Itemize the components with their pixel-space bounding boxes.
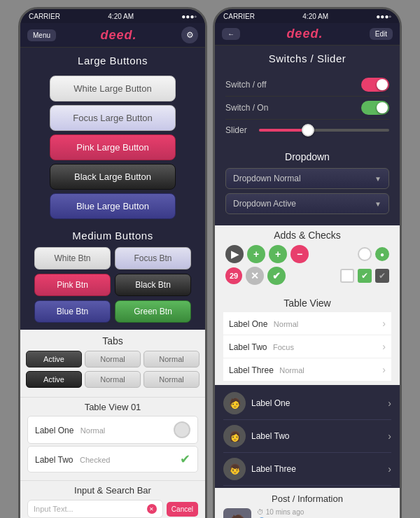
table-view-01-section: Table View 01 Label One Normal Label Two… [20, 397, 205, 480]
right-table-title: Table View [223, 298, 391, 309]
input-placeholder: Input Text... [34, 505, 74, 513]
back-button[interactable]: ← [222, 28, 240, 40]
time-right: 4:20 AM [302, 13, 328, 20]
right-table-section: Table View Label One Normal › Label Two … [215, 294, 400, 385]
edit-button[interactable]: Edit [370, 28, 393, 40]
menu-button[interactable]: Menu [27, 29, 56, 41]
r-sub-three: Normal [279, 366, 304, 374]
table-row[interactable]: Label One Normal [27, 416, 198, 444]
chevron-right-icon-3: › [382, 364, 386, 375]
white-medium-button[interactable]: White Btn [34, 247, 111, 270]
blue-medium-button[interactable]: Blue Btn [34, 300, 111, 323]
r-row-2-content: Label Two Focus [229, 340, 294, 353]
label-one: Label One [35, 426, 74, 435]
post-meta: ⏱ 10 mins ago 👤 John Doe [257, 508, 304, 518]
slider-label: Slider [225, 125, 253, 135]
switch-off-toggle[interactable] [361, 78, 389, 92]
r-table-row-1[interactable]: Label One Normal › [223, 312, 391, 335]
avatar-row-3[interactable]: 👦 Label Three › [223, 453, 391, 486]
chevron-right-avatar-2: › [388, 430, 391, 442]
medium-buttons-grid: White Btn Focus Btn Pink Btn Black Btn B… [20, 247, 205, 330]
large-buttons-section: Large Buttons White Large Button Focus L… [20, 48, 205, 219]
add-green-button[interactable]: + [247, 245, 265, 263]
medium-buttons-section: Medium Buttons White Btn Focus Btn Pink … [20, 223, 205, 330]
focus-large-button[interactable]: Focus Large Button [50, 105, 176, 131]
checkbox-empty[interactable] [340, 269, 354, 283]
green-medium-button[interactable]: Green Btn [115, 300, 191, 323]
carrier-left: CARRIER [29, 13, 60, 20]
avatar-label-2: Label Two [251, 431, 290, 441]
logo-left: deed. [101, 28, 137, 43]
blue-large-button[interactable]: Blue Large Button [50, 193, 176, 219]
r-table-row-2[interactable]: Label Two Focus › [223, 335, 391, 358]
table-row-content: Label One Normal [35, 424, 105, 436]
switch-thumb-off [377, 79, 388, 90]
tab-normal-4[interactable]: Normal [144, 371, 200, 388]
focus-medium-button[interactable]: Focus Btn [115, 247, 191, 270]
avatar-label-1: Label One [251, 398, 290, 408]
adds-title: Adds & Checks [225, 230, 389, 241]
r-label-three: Label Three [229, 365, 274, 375]
input-field[interactable]: Input Text... ✕ [27, 500, 163, 518]
avatar-img-3: 👦 [223, 458, 246, 480]
dropdown-active-label: Dropdown Active [233, 199, 296, 209]
white-large-button[interactable]: White Large Button [50, 76, 176, 102]
dropdown-normal[interactable]: Dropdown Normal ▼ [225, 168, 389, 189]
radio-empty[interactable] [358, 247, 372, 261]
avatar-rows-section: 🧑 Label One › 👩 Label Two › 👦 [215, 385, 400, 488]
tab-normal-3[interactable]: Normal [85, 371, 141, 388]
input-search-title: Input & Search Bar [27, 485, 198, 496]
avatar-1: 🧑 [223, 392, 246, 414]
remove-red-button[interactable]: − [290, 245, 309, 263]
add-dark-button[interactable]: ▶ [225, 245, 244, 263]
switch-on-toggle[interactable] [361, 101, 389, 115]
logo-right: deed. [286, 27, 323, 41]
black-large-button[interactable]: Black Large Button [50, 164, 176, 190]
tabs-section: Tabs Active Normal Normal Active Normal … [20, 330, 205, 397]
check-button[interactable]: ✔ [267, 267, 286, 285]
clear-input-button[interactable]: ✕ [147, 504, 157, 514]
add-green-button-2[interactable]: + [269, 245, 287, 263]
table-row-2-content: Label Two Checked [35, 453, 110, 465]
switches-title: Switchs / Slider [215, 46, 400, 70]
slider-track[interactable] [259, 129, 389, 132]
right-content: Switchs / Slider Switch / off Switch / O… [215, 46, 400, 518]
label-two-sub: Checked [80, 456, 110, 464]
post-avatar: 🧔 [223, 508, 251, 518]
tab-active-2[interactable]: Active [26, 371, 82, 388]
post-section: Post / Information 🧔 ⏱ 10 mins ago 👤 Joh… [215, 488, 400, 518]
pink-medium-button[interactable]: Pink Btn [34, 274, 111, 296]
switch-thumb-on [377, 102, 388, 113]
checkbox-dark[interactable]: ✔ [375, 269, 389, 283]
r-sub-two: Focus [273, 343, 294, 351]
table-row-2[interactable]: Label Two Checked ✔ [27, 446, 198, 472]
pink-large-button[interactable]: Pink Large Button [50, 134, 176, 160]
tab-normal-2[interactable]: Normal [144, 351, 200, 368]
right-phone: CARRIER 4:20 AM ●●●◦ ← deed. Edit Switch… [213, 7, 402, 518]
r-label-two: Label Two [229, 342, 267, 352]
avatar-row-2[interactable]: 👩 Label Two › [223, 420, 391, 453]
input-row: Input Text... ✕ Cancel [27, 500, 198, 518]
carrier-right: CARRIER [223, 13, 255, 20]
radio-filled[interactable]: ● [375, 247, 389, 261]
checkbox-checked[interactable]: ✔ [358, 269, 372, 283]
slider-thumb[interactable] [302, 124, 314, 136]
large-buttons-title: Large Buttons [20, 48, 205, 72]
cancel-button[interactable]: Cancel [167, 502, 198, 517]
slider-row: Slider [225, 120, 389, 141]
black-medium-button[interactable]: Black Btn [115, 274, 191, 296]
r-table-row-3[interactable]: Label Three Normal › [223, 358, 391, 382]
tab-normal-1[interactable]: Normal [85, 351, 141, 368]
tab-active-1[interactable]: Active [26, 351, 82, 368]
avatar-row-1[interactable]: 🧑 Label One › [223, 387, 391, 420]
post-title: Post / Information [223, 493, 391, 504]
dropdown-active[interactable]: Dropdown Active ▼ [225, 193, 389, 214]
close-button[interactable]: ✕ [246, 267, 264, 285]
settings-button[interactable]: ⚙ [181, 27, 198, 43]
toggle-circle[interactable] [174, 421, 190, 438]
chevron-right-avatar-3: › [388, 463, 391, 475]
chevron-right-icon-1: › [382, 318, 386, 329]
medium-buttons-title: Medium Buttons [20, 223, 205, 247]
tabs-row-1: Active Normal Normal [26, 351, 200, 368]
avatar-2: 👩 [223, 425, 246, 447]
